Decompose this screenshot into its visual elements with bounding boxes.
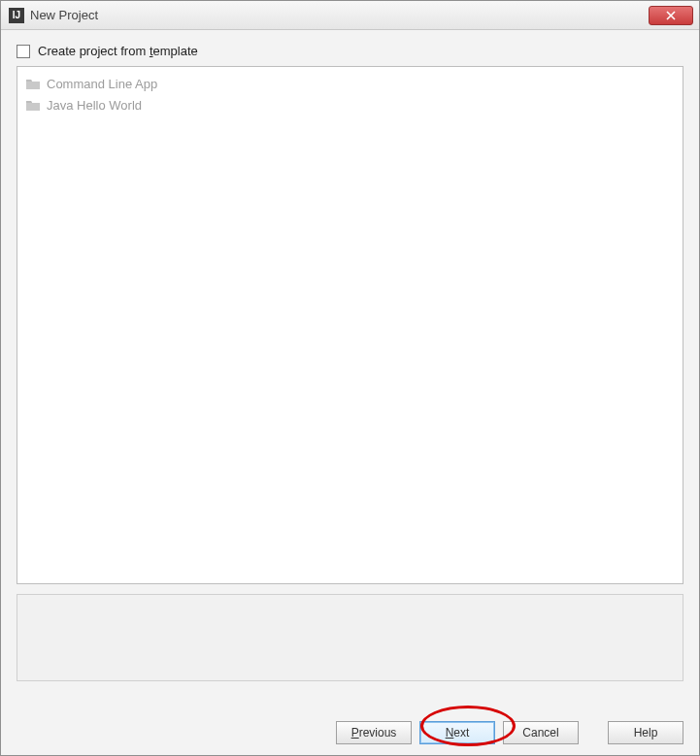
button-bar: Previous Next Cancel Help [1,710,699,755]
help-button[interactable]: Help [608,721,683,744]
list-item-label: Java Hello World [47,98,142,113]
new-project-dialog: IJ New Project Create project from templ… [0,0,700,756]
list-item[interactable]: Java Hello World [25,94,675,115]
cancel-button[interactable]: Cancel [503,721,579,744]
next-button[interactable]: Next [419,721,495,744]
checkbox-box-icon [17,45,30,58]
close-button[interactable] [649,6,693,25]
list-item[interactable]: Command Line App [25,73,675,94]
titlebar: IJ New Project [1,1,699,30]
folder-icon [25,98,41,112]
previous-button[interactable]: Previous [336,721,412,744]
window-title: New Project [30,8,98,22]
close-icon [666,11,676,20]
folder-icon [25,77,41,90]
description-panel [17,594,683,681]
app-icon: IJ [9,8,24,23]
dialog-content: Create project from template Command Lin… [1,30,699,710]
create-from-template-checkbox[interactable]: Create project from template [17,44,683,58]
create-from-template-label: Create project from template [38,44,198,58]
template-list[interactable]: Command Line App Java Hello World [17,66,683,584]
list-item-label: Command Line App [47,77,157,91]
